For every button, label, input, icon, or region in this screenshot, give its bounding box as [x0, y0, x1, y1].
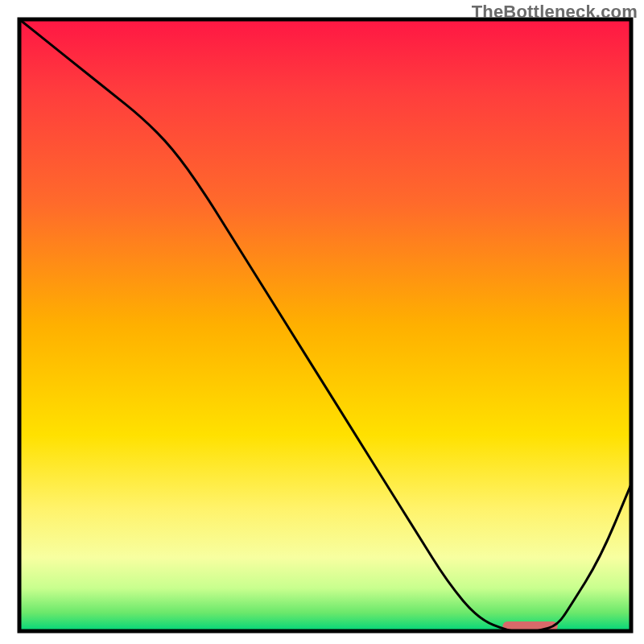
- watermark-text: TheBottleneck.com: [472, 2, 638, 23]
- gradient-background: [19, 19, 631, 631]
- chart-container: TheBottleneck.com: [0, 0, 644, 644]
- chart-svg: [0, 0, 644, 644]
- plot-area: [19, 19, 631, 631]
